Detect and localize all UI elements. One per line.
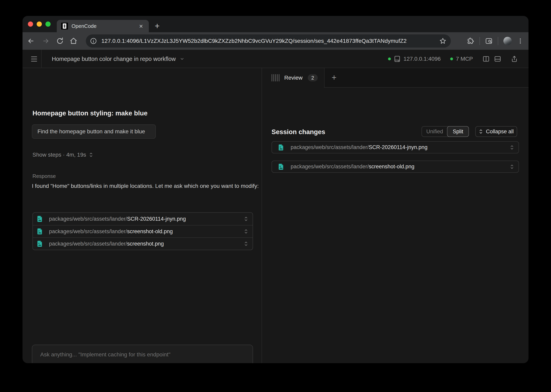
collapse-all-button[interactable]: Collapse all bbox=[475, 126, 517, 137]
file-path: packages/web/src/assets/lander/screensho… bbox=[291, 164, 414, 170]
bookmark-star-icon[interactable] bbox=[439, 37, 446, 45]
composer: Build Claude Opus 4.5 Default bbox=[32, 345, 253, 363]
home-icon[interactable] bbox=[67, 32, 80, 50]
chevron-down-icon bbox=[180, 56, 184, 61]
menu-hamburger-icon[interactable] bbox=[27, 50, 41, 68]
server-status-dot bbox=[388, 57, 391, 60]
add-review-tab-button[interactable]: + bbox=[328, 72, 340, 83]
header-status-cluster: 127.0.0.1:4096 7 MCP bbox=[388, 50, 518, 68]
session-changes-heading: Session changes bbox=[272, 128, 325, 136]
browser-toolbar: 127.0.0.1:4096/L1VzZXJzL3J5YW52b2dlbC9kZ… bbox=[22, 32, 529, 50]
url-text[interactable]: 127.0.0.1:4096/L1VzZXJzL3J5YW52b2dlbC9kZ… bbox=[102, 38, 439, 44]
new-tab-button[interactable]: + bbox=[152, 21, 163, 32]
collapse-chevrons-icon bbox=[479, 129, 483, 134]
zoom-window-button[interactable] bbox=[45, 21, 51, 27]
split-rows-icon[interactable] bbox=[494, 55, 501, 63]
browser-window: OpenCode ✕ + 127.0.0.1:4096/L1VzZXJzL3J5… bbox=[22, 16, 529, 363]
opencode-favicon-icon bbox=[61, 23, 68, 29]
app-header: Homepage button color change in repo wor… bbox=[22, 50, 529, 68]
browser-tab-strip: OpenCode ✕ + bbox=[22, 16, 529, 32]
profile-avatar[interactable] bbox=[503, 37, 512, 45]
expand-chevrons-icon[interactable] bbox=[244, 216, 248, 222]
close-tab-icon[interactable]: ✕ bbox=[138, 23, 145, 30]
tab-search-icon[interactable] bbox=[485, 37, 493, 45]
expand-chevrons-icon[interactable] bbox=[244, 241, 248, 246]
show-steps-label: Show steps · 4m, 19s bbox=[32, 152, 86, 158]
collapse-all-label: Collapse all bbox=[486, 129, 514, 135]
back-icon[interactable] bbox=[25, 32, 37, 50]
image-file-icon bbox=[36, 240, 44, 247]
header-separator bbox=[41, 50, 42, 68]
mcp-status-dot bbox=[450, 57, 453, 60]
server-host-label[interactable]: 127.0.0.1:4096 bbox=[404, 56, 441, 62]
review-count-badge: 2 bbox=[308, 74, 318, 81]
split-columns-icon[interactable] bbox=[482, 55, 490, 63]
close-window-button[interactable] bbox=[28, 21, 33, 27]
file-path: packages/web/src/assets/lander/SCR-20260… bbox=[291, 144, 428, 150]
toolbar-right-cluster bbox=[467, 32, 524, 50]
expand-chevrons-icon[interactable] bbox=[244, 229, 248, 234]
expand-chevrons-icon bbox=[89, 152, 93, 157]
device-icon bbox=[394, 55, 401, 63]
expand-chevrons-icon[interactable] bbox=[510, 145, 514, 150]
user-message-text: Find the homepage button and make it blu… bbox=[37, 128, 145, 135]
expand-chevrons-icon[interactable] bbox=[510, 164, 514, 169]
file-path: packages/web/src/assets/lander/screensho… bbox=[49, 241, 164, 247]
changed-file-row[interactable]: packages/web/src/assets/lander/SCR-20260… bbox=[272, 141, 519, 154]
response-text: I found "Home" buttons/links in multiple… bbox=[32, 181, 259, 191]
prompt-input[interactable] bbox=[40, 351, 243, 363]
file-path: packages/web/src/assets/lander/screensho… bbox=[49, 228, 173, 235]
address-bar[interactable]: 127.0.0.1:4096/L1VzZXJzL3J5YW52b2dlbC9kZ… bbox=[86, 35, 451, 48]
tab-review[interactable]: Review 2 bbox=[262, 68, 325, 88]
share-icon[interactable] bbox=[511, 55, 518, 63]
minimize-window-button[interactable] bbox=[37, 21, 42, 27]
show-steps-toggle[interactable]: Show steps · 4m, 19s bbox=[32, 152, 93, 158]
toolbar-separator bbox=[498, 37, 498, 45]
site-info-icon[interactable] bbox=[90, 37, 97, 45]
file-row[interactable]: packages/web/src/assets/lander/screensho… bbox=[33, 225, 253, 237]
diff-grip-icon bbox=[272, 74, 279, 81]
opencode-app: Homepage button color change in repo wor… bbox=[22, 50, 529, 363]
user-message-bubble: Find the homepage button and make it blu… bbox=[32, 124, 156, 139]
file-path: packages/web/src/assets/lander/SCR-20260… bbox=[49, 216, 186, 222]
image-file-icon bbox=[277, 163, 285, 170]
forward-icon[interactable] bbox=[40, 32, 52, 50]
review-tab-label: Review bbox=[284, 75, 303, 81]
panel-divider bbox=[261, 68, 262, 363]
file-row[interactable]: packages/web/src/assets/lander/SCR-20260… bbox=[33, 213, 253, 225]
image-file-icon bbox=[277, 144, 285, 151]
session-title-dropdown[interactable]: Homepage button color change in repo wor… bbox=[52, 50, 184, 68]
response-file-list: packages/web/src/assets/lander/SCR-20260… bbox=[32, 212, 253, 250]
changed-file-row[interactable]: packages/web/src/assets/lander/screensho… bbox=[272, 161, 519, 173]
extensions-icon[interactable] bbox=[467, 37, 474, 45]
diff-view-toggle: Unified Split bbox=[421, 126, 469, 137]
review-tab-bar: Review 2 + bbox=[262, 68, 529, 88]
split-toggle-button[interactable]: Split bbox=[447, 126, 469, 137]
mcp-count-label[interactable]: 7 MCP bbox=[456, 56, 473, 62]
session-title: Homepage button color change in repo wor… bbox=[52, 56, 176, 62]
toolbar-separator bbox=[479, 37, 480, 45]
file-row[interactable]: packages/web/src/assets/lander/screensho… bbox=[33, 237, 253, 250]
image-file-icon bbox=[36, 215, 44, 223]
image-file-icon bbox=[36, 228, 44, 235]
unified-toggle-button[interactable]: Unified bbox=[422, 126, 447, 137]
browser-tab[interactable]: OpenCode ✕ bbox=[57, 20, 149, 32]
response-label: Response bbox=[32, 173, 56, 179]
chat-heading: Homepage button styling: make blue bbox=[32, 109, 148, 117]
tab-title: OpenCode bbox=[72, 23, 97, 29]
reload-icon[interactable] bbox=[54, 32, 66, 50]
browser-menu-icon[interactable] bbox=[517, 38, 524, 44]
